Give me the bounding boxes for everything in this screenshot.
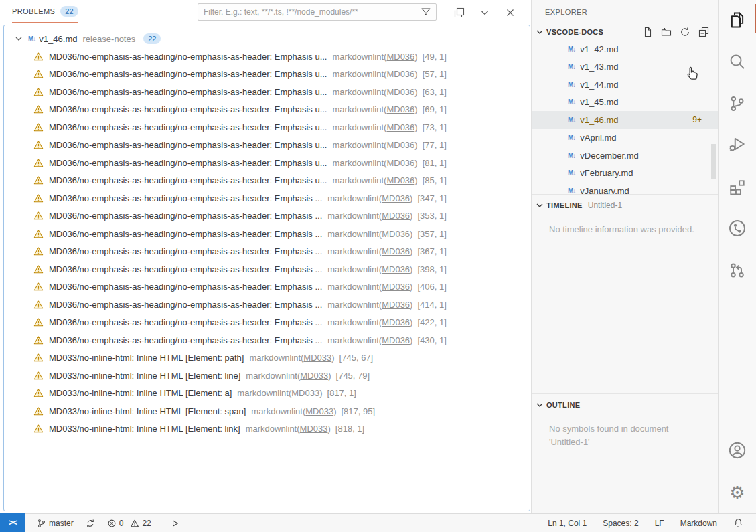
chevron-down-icon xyxy=(534,200,545,211)
pull-request-icon[interactable] xyxy=(719,254,756,286)
problem-code-link[interactable]: MD033 xyxy=(291,388,319,398)
file-row[interactable]: M↓ v1_42.md xyxy=(532,40,718,58)
source-control-icon[interactable] xyxy=(719,88,756,120)
problem-code-link[interactable]: MD033 xyxy=(300,424,328,434)
problem-code-link[interactable]: MD036 xyxy=(382,264,410,274)
problem-code-link[interactable]: MD036 xyxy=(386,122,414,132)
indentation-setting[interactable]: Spaces: 2 xyxy=(599,519,641,528)
file-row[interactable]: M↓ vFebruary.md xyxy=(532,165,718,183)
problem-code-link[interactable]: MD036 xyxy=(386,52,414,62)
restore-panel-icon[interactable] xyxy=(452,5,467,20)
problem-row[interactable]: MD036/no-emphasis-as-heading/no-emphasis… xyxy=(4,278,530,296)
problem-code-link[interactable]: MD036 xyxy=(386,158,414,168)
problem-code-link[interactable]: MD036 xyxy=(386,175,414,185)
problem-row[interactable]: MD036/no-emphasis-as-heading/no-emphasis… xyxy=(4,101,530,119)
problem-row[interactable]: MD036/no-emphasis-as-heading/no-emphasis… xyxy=(4,83,530,101)
section-outline[interactable]: OUTLINE xyxy=(532,397,718,413)
remote-indicator[interactable]: >< xyxy=(0,513,25,532)
explorer-scrollbar[interactable] xyxy=(711,144,716,179)
problem-source-suffix: ) xyxy=(331,353,334,363)
problem-code-link[interactable]: MD036 xyxy=(386,87,414,97)
problem-message: MD036/no-emphasis-as-heading/no-emphasis… xyxy=(49,69,327,79)
problem-row[interactable]: MD036/no-emphasis-as-heading/no-emphasis… xyxy=(4,66,530,84)
new-file-icon[interactable] xyxy=(640,25,655,39)
file-row[interactable]: M↓ vApril.md xyxy=(532,129,718,147)
account-icon[interactable] xyxy=(719,434,756,466)
problem-code-link[interactable]: MD036 xyxy=(382,335,410,345)
collapse-panel-icon[interactable] xyxy=(477,5,492,20)
problem-code-link[interactable]: MD033 xyxy=(303,353,331,363)
problem-code-link[interactable]: MD036 xyxy=(386,140,414,150)
problem-row[interactable]: MD036/no-emphasis-as-heading/no-emphasis… xyxy=(4,172,530,190)
problem-row[interactable]: MD036/no-emphasis-as-heading/no-emphasis… xyxy=(4,260,530,278)
run-debug-icon[interactable] xyxy=(719,128,756,160)
problem-code-link[interactable]: MD033 xyxy=(305,406,333,416)
search-icon[interactable] xyxy=(719,46,756,78)
problem-code-link[interactable]: MD036 xyxy=(382,211,410,221)
notifications-bell-icon[interactable] xyxy=(730,518,747,528)
collapse-all-icon[interactable] xyxy=(696,25,711,39)
problem-row[interactable]: MD033/no-inline-html: Inline HTML [Eleme… xyxy=(4,349,530,367)
branch-indicator[interactable]: master xyxy=(33,519,77,528)
markdown-file-icon: M↓ xyxy=(568,169,575,177)
explorer-icon[interactable] xyxy=(719,4,756,36)
problem-row[interactable]: MD036/no-emphasis-as-heading/no-emphasis… xyxy=(4,243,530,261)
problem-code-link[interactable]: MD036 xyxy=(382,282,410,292)
problem-position: [817, 95] xyxy=(342,406,376,416)
close-panel-icon[interactable] xyxy=(503,5,518,20)
branch-name: master xyxy=(49,519,74,528)
problem-row[interactable]: MD036/no-emphasis-as-heading/no-emphasis… xyxy=(4,331,530,349)
problems-summary[interactable]: 0 22 xyxy=(104,519,155,528)
settings-gear-icon[interactable]: ⚙ xyxy=(719,476,756,509)
problems-file-group[interactable]: M↓ v1_46.md release-notes 22 xyxy=(4,30,530,48)
file-row[interactable]: M↓ vDecember.md xyxy=(532,147,718,165)
tab-problems[interactable]: PROBLEMS 22 xyxy=(12,0,78,23)
problem-row[interactable]: MD036/no-emphasis-as-heading/no-emphasis… xyxy=(4,314,530,332)
problem-row[interactable]: MD036/no-emphasis-as-heading/no-emphasis… xyxy=(4,154,530,172)
cursor-position[interactable]: Ln 1, Col 1 xyxy=(544,519,590,528)
problem-row[interactable]: MD036/no-emphasis-as-heading/no-emphasis… xyxy=(4,207,530,226)
problem-row[interactable]: MD033/no-inline-html: Inline HTML [Eleme… xyxy=(4,420,530,438)
language-label: Markdown xyxy=(680,519,717,528)
file-row[interactable]: M↓ v1_46.md 9+ xyxy=(532,111,718,129)
sync-button[interactable] xyxy=(82,519,98,528)
refresh-icon[interactable] xyxy=(678,25,692,39)
problem-source: markdownlint(MD033) xyxy=(249,353,334,363)
problem-row[interactable]: MD036/no-emphasis-as-heading/no-emphasis… xyxy=(4,189,530,207)
problem-source: markdownlint(MD036) xyxy=(327,246,412,256)
gitlens-icon[interactable] xyxy=(719,212,756,244)
problem-code-link[interactable]: MD036 xyxy=(382,300,410,310)
problem-code-link[interactable]: MD036 xyxy=(382,246,410,256)
warning-icon xyxy=(33,353,44,363)
language-mode[interactable]: Markdown xyxy=(677,519,721,528)
file-row[interactable]: M↓ v1_44.md xyxy=(532,76,718,94)
extensions-icon[interactable] xyxy=(719,171,756,203)
problem-source-prefix: markdownlint( xyxy=(249,353,303,363)
file-row[interactable]: M↓ vJanuary.md xyxy=(532,182,718,194)
problem-row[interactable]: MD033/no-inline-html: Inline HTML [Eleme… xyxy=(4,402,530,420)
problem-code-link[interactable]: MD036 xyxy=(382,193,410,203)
eol-setting[interactable]: LF xyxy=(652,519,668,528)
run-task-button[interactable] xyxy=(167,519,183,528)
section-vscode-docs[interactable]: VSCODE-DOCS xyxy=(532,24,718,40)
activity-bar: ⚙ xyxy=(719,0,756,513)
problem-row[interactable]: MD036/no-emphasis-as-heading/no-emphasis… xyxy=(4,225,530,243)
problem-row[interactable]: MD036/no-emphasis-as-heading/no-emphasis… xyxy=(4,48,530,66)
problem-row[interactable]: MD036/no-emphasis-as-heading/no-emphasis… xyxy=(4,137,530,155)
problems-filter-input[interactable] xyxy=(198,7,421,17)
problem-code-link[interactable]: MD036 xyxy=(382,229,410,239)
problem-code-link[interactable]: MD033 xyxy=(300,371,328,381)
warning-icon xyxy=(33,424,44,434)
problem-row[interactable]: MD033/no-inline-html: Inline HTML [Eleme… xyxy=(4,367,530,385)
problem-code-link[interactable]: MD036 xyxy=(386,104,414,114)
problem-row[interactable]: MD036/no-emphasis-as-heading/no-emphasis… xyxy=(4,118,530,137)
file-row[interactable]: M↓ v1_43.md xyxy=(532,58,718,76)
problem-code-link[interactable]: MD036 xyxy=(382,317,410,327)
file-row[interactable]: M↓ v1_45.md xyxy=(532,94,718,112)
problem-code-link[interactable]: MD036 xyxy=(386,69,414,79)
problem-row[interactable]: MD033/no-inline-html: Inline HTML [Eleme… xyxy=(4,385,530,403)
new-folder-icon[interactable] xyxy=(659,25,674,39)
filter-funnel-icon[interactable] xyxy=(421,7,431,17)
section-timeline[interactable]: TIMELINE Untitled-1 xyxy=(532,197,718,213)
problem-row[interactable]: MD036/no-emphasis-as-heading/no-emphasis… xyxy=(4,296,530,314)
